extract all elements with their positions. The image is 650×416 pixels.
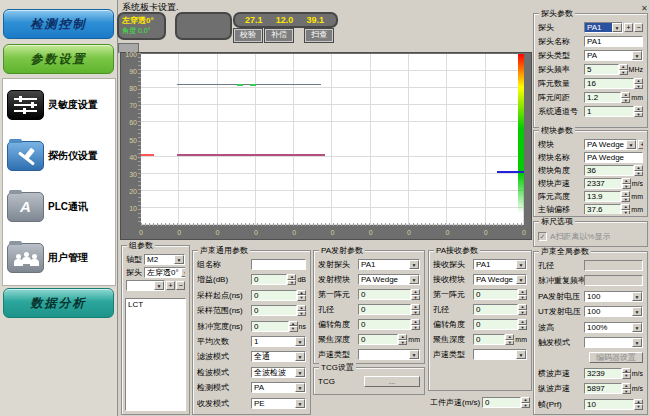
rx-focus-depth-spin-buttons-icon[interactable]: ▲▼ [505, 334, 514, 345]
ut-transmit-voltage-combo[interactable]: 100▼ [584, 306, 643, 317]
element-height-spinner[interactable]: 13.9▲▼ [584, 191, 630, 202]
longitudinal-wave-velocity-spinner[interactable]: 5897▲▼ [584, 383, 631, 394]
rx-probe-combo[interactable]: PA1▼ [473, 259, 527, 270]
global-aperture-field[interactable] [584, 260, 643, 271]
element-count-spin-buttons-icon[interactable]: ▲▼ [634, 78, 643, 89]
tx-probe-dropdown-arrow-icon[interactable]: ▼ [409, 260, 419, 269]
rx-deflection-angle-spin-buttons-icon[interactable]: ▲▼ [518, 319, 527, 330]
rectify-mode-dropdown-arrow-icon[interactable]: ▼ [295, 368, 305, 377]
rx-first-element-spin-buttons-icon[interactable]: ▲▼ [518, 289, 527, 300]
axis-type-dropdown-arrow-icon[interactable]: ▼ [174, 255, 184, 264]
filter-mode-combo[interactable]: 全通▼ [251, 351, 306, 362]
test-mode-combo[interactable]: PA▼ [251, 382, 306, 393]
group-item-add-button[interactable]: + [166, 281, 175, 290]
sample-range-spinner[interactable]: 0▲▼ [251, 305, 306, 316]
tx-first-element-spin-buttons-icon[interactable]: ▲▼ [411, 289, 420, 300]
data-analysis-button[interactable]: 数据分析 [3, 288, 114, 318]
wedge-angle-spinner[interactable]: 36▲▼ [584, 165, 643, 176]
element-pitch-spin-buttons-icon[interactable]: ▲▼ [621, 92, 630, 103]
rx-aperture-spinner[interactable]: 0▲▼ [473, 304, 527, 315]
parameter-settings-button[interactable]: 参数设置 [3, 44, 114, 74]
tx-wedge-combo[interactable]: PA Wedge▼ [358, 274, 420, 285]
axis-offset-spin-buttons-icon[interactable]: ▲▼ [621, 204, 630, 214]
pulse-width-spin-buttons-icon[interactable]: ▲▼ [289, 321, 298, 332]
rx-velocity-type-combo[interactable]: ▼ [473, 349, 527, 360]
sidebar-item-flaw-detector-settings[interactable]: 探伤仪设置 [3, 130, 115, 181]
probe-select-combo[interactable]: PA1▼ [584, 22, 623, 33]
close-icon[interactable]: ✕ [641, 4, 648, 13]
ut-transmit-voltage-dropdown-arrow-icon[interactable]: ▼ [632, 307, 642, 316]
sidebar-item-sensitivity-settings[interactable]: 灵敏度设置 [3, 79, 115, 130]
pa-transmit-voltage-combo[interactable]: 100▼ [584, 291, 643, 302]
tx-aperture-spinner[interactable]: 0▲▼ [358, 304, 420, 315]
tx-probe-combo[interactable]: PA1▼ [358, 259, 420, 270]
prf-frames-spin-buttons-icon[interactable]: ▲▼ [634, 399, 643, 410]
probe-name-field[interactable]: PA1 [584, 36, 643, 47]
wedge-select-combo[interactable]: PA Wedge▼ [584, 139, 637, 150]
rx-wedge-dropdown-arrow-icon[interactable]: ▼ [516, 275, 526, 284]
tx-first-element-spinner[interactable]: 0▲▼ [358, 289, 420, 300]
probe-select-remove-button[interactable]: − [634, 23, 643, 32]
tx-velocity-type-dropdown-arrow-icon[interactable]: ▼ [409, 350, 419, 359]
wedge-velocity-spinner[interactable]: 2337▲▼ [584, 178, 631, 189]
rx-probe-dropdown-arrow-icon[interactable]: ▼ [516, 260, 526, 269]
calibrate-button[interactable]: 校验 [234, 29, 262, 42]
pulse-width-spinner[interactable]: 0▲▼ [251, 321, 298, 332]
average-count-dropdown-arrow-icon[interactable]: ▼ [295, 337, 305, 346]
wedge-select-add-button[interactable]: + [638, 140, 643, 149]
rx-velocity-type-dropdown-arrow-icon[interactable]: ▼ [516, 350, 526, 359]
group-listbox[interactable]: LCT [125, 298, 186, 411]
probe-type-dropdown-arrow-icon[interactable]: ▼ [632, 51, 642, 60]
tcg-button[interactable]: ... [364, 376, 420, 387]
gain-spinner[interactable]: 0▲▼ [251, 274, 296, 285]
shear-wave-velocity-spinner[interactable]: 3239▲▼ [584, 368, 631, 379]
probe-type-combo[interactable]: PA▼ [584, 50, 643, 61]
group-item-combo[interactable]: ▼ [126, 280, 165, 291]
sidebar-item-user-management[interactable]: 用户管理 [3, 232, 115, 283]
list-item[interactable]: LCT [128, 300, 183, 309]
system-channel-spin-buttons-icon[interactable]: ▲▼ [634, 106, 643, 117]
longitudinal-wave-velocity-spin-buttons-icon[interactable]: ▲▼ [622, 383, 631, 394]
tx-deflection-angle-spinner[interactable]: 0▲▼ [358, 319, 420, 330]
filter-mode-dropdown-arrow-icon[interactable]: ▼ [295, 352, 305, 361]
axis-offset-spinner[interactable]: 37.6▲▼ [584, 204, 630, 214]
group-probe-combo[interactable]: 左穿透0°▼ [144, 267, 185, 278]
test-mode-dropdown-arrow-icon[interactable]: ▼ [295, 383, 305, 392]
rectify-mode-combo[interactable]: 全波检波▼ [251, 367, 306, 378]
encoder-settings-button[interactable]: 编码器设置 [589, 352, 643, 363]
group-probe-dropdown-arrow-icon[interactable]: ▼ [181, 268, 185, 277]
probe-select-dropdown-arrow-icon[interactable]: ▼ [612, 23, 622, 32]
workpiece-velocity-spinner[interactable]: 0▲▼ [482, 397, 530, 408]
axis-type-combo[interactable]: M2▼ [144, 254, 185, 265]
txrx-mode-dropdown-arrow-icon[interactable]: ▼ [295, 399, 305, 408]
wave-height-dropdown-arrow-icon[interactable]: ▼ [632, 323, 642, 332]
rx-deflection-angle-spinner[interactable]: 0▲▼ [473, 319, 527, 330]
sample-start-spin-buttons-icon[interactable]: ▲▼ [297, 290, 306, 301]
group-name-field[interactable] [251, 259, 306, 270]
probe-select-add-button[interactable]: + [624, 23, 633, 32]
probe-frequency-spinner[interactable]: 5▲▼ [584, 64, 628, 75]
tx-velocity-type-combo[interactable]: ▼ [358, 349, 420, 360]
element-count-spinner[interactable]: 16▲▼ [584, 78, 643, 89]
group-item-dropdown-arrow-icon[interactable]: ▼ [154, 281, 164, 290]
trigger-mode-combo[interactable]: ▼ [584, 337, 643, 348]
wedge-angle-spin-buttons-icon[interactable]: ▲▼ [634, 165, 643, 176]
rx-focus-depth-spinner[interactable]: 0▲▼ [473, 334, 514, 345]
element-pitch-spinner[interactable]: 1.2▲▼ [584, 92, 630, 103]
wave-height-combo[interactable]: 100%▼ [584, 322, 643, 333]
rx-first-element-spinner[interactable]: 0▲▼ [473, 289, 527, 300]
sample-start-spinner[interactable]: 0▲▼ [251, 290, 306, 301]
system-channel-spinner[interactable]: 1▲▼ [584, 106, 643, 117]
wedge-name-field[interactable]: PA Wedge [584, 152, 643, 163]
gain-spin-buttons-icon[interactable]: ▲▼ [287, 274, 296, 285]
detection-control-button[interactable]: 检测控制 [3, 9, 114, 39]
rx-aperture-spin-buttons-icon[interactable]: ▲▼ [518, 304, 527, 315]
pa-transmit-voltage-dropdown-arrow-icon[interactable]: ▼ [632, 292, 642, 301]
shear-wave-velocity-spin-buttons-icon[interactable]: ▲▼ [622, 368, 631, 379]
txrx-mode-combo[interactable]: PE▼ [251, 398, 306, 409]
compensate-button[interactable]: 补偿 [265, 29, 293, 42]
scan-button[interactable]: 扫查 [305, 29, 333, 42]
prf-frames-spinner[interactable]: 10▲▼ [584, 399, 643, 410]
probe-frequency-spin-buttons-icon[interactable]: ▲▼ [619, 64, 628, 75]
pulse-repeat-frequency-field[interactable] [584, 275, 643, 286]
